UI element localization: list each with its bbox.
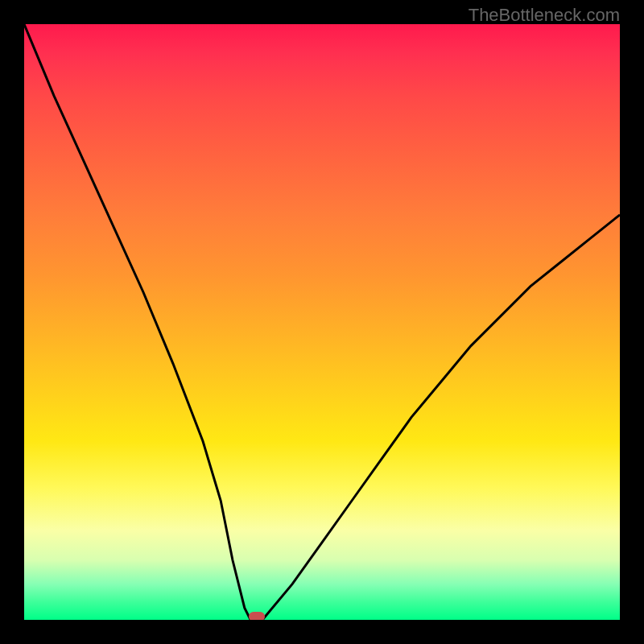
optimal-point-marker (249, 612, 265, 620)
watermark-text: TheBottleneck.com (469, 5, 620, 26)
bottleneck-curve-path (24, 24, 620, 620)
chart-plot-area (24, 24, 620, 620)
chart-curve-svg (24, 24, 620, 620)
